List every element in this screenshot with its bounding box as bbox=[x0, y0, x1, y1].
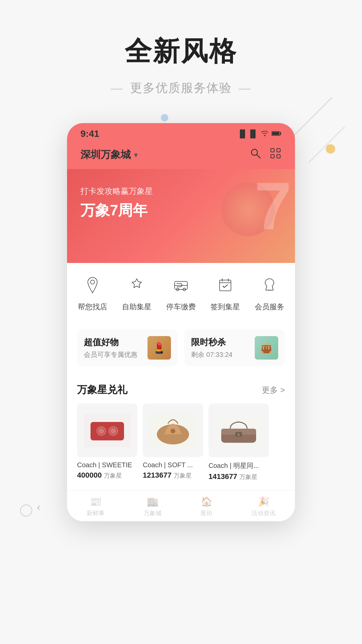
svg-rect-5 bbox=[271, 149, 274, 152]
promo-deals-text: 超值好物 会员可享专属优惠 bbox=[84, 336, 137, 359]
tab-mall-icon: 🏬 bbox=[147, 496, 159, 507]
tab-home-icon: 🏠 bbox=[201, 496, 213, 507]
sub-dash-right: — bbox=[239, 81, 251, 95]
gift-name-2: Coach | SOFT ... bbox=[143, 461, 203, 469]
status-icons: ▐▌▐▌ bbox=[237, 129, 282, 138]
svg-rect-2 bbox=[272, 132, 280, 135]
tab-home-label: 逛街 bbox=[200, 509, 213, 517]
gift-img-1 bbox=[77, 404, 137, 457]
action-member-service[interactable]: 会员服务 bbox=[255, 273, 284, 312]
tab-home[interactable]: 🏠 逛街 bbox=[200, 496, 213, 517]
checkin-star-icon bbox=[213, 273, 237, 297]
tab-news-label: 新鲜事 bbox=[86, 509, 105, 517]
svg-line-4 bbox=[257, 155, 260, 158]
action-find-store[interactable]: 帮您找店 bbox=[78, 273, 107, 312]
svg-rect-12 bbox=[220, 280, 231, 291]
gift-section: 万象星兑礼 更多 > Coach | SWEETIE bbox=[67, 374, 295, 490]
status-time: 9:41 bbox=[80, 128, 99, 139]
promo-deals-desc: 会员可享专属优惠 bbox=[84, 350, 137, 359]
collect-star-icon bbox=[125, 273, 149, 297]
svg-rect-8 bbox=[277, 155, 280, 158]
app-header: 深圳万象城 ▾ bbox=[67, 143, 295, 169]
member-service-icon bbox=[257, 273, 282, 297]
banner-number: 7 bbox=[254, 172, 288, 239]
promo-deals-image: 💄 bbox=[147, 336, 171, 360]
search-icon[interactable] bbox=[249, 147, 261, 162]
tab-bar: 📰 新鲜事 🏬 万象城 🏠 逛街 🎉 活动资讯 bbox=[67, 490, 295, 521]
main-title: 全新风格 bbox=[13, 34, 349, 70]
promo-flash-card[interactable]: 限时秒杀 剩余 07:33:24 👜 bbox=[184, 329, 285, 366]
tab-news-icon: 📰 bbox=[90, 496, 102, 507]
gift-name-3: Coach | 明星同... bbox=[208, 461, 269, 470]
gift-price-2: 1213677 万象星 bbox=[143, 471, 203, 480]
parking-icon bbox=[169, 273, 193, 297]
sub-title-text: 更多优质服务体验 bbox=[130, 80, 232, 96]
promo-flash-image: 👜 bbox=[255, 336, 278, 360]
promo-flash-title: 限时秒杀 bbox=[191, 336, 232, 348]
sub-dash-left: — bbox=[111, 81, 123, 95]
sub-title-row: — 更多优质服务体验 — bbox=[13, 80, 349, 96]
svg-point-21 bbox=[171, 429, 175, 433]
gift-img-2 bbox=[143, 404, 203, 457]
tab-activity-label: 活动资讯 bbox=[251, 509, 276, 517]
gift-name-1: Coach | SWEETIE bbox=[77, 461, 137, 469]
promo-countdown: 剩余 07:33:24 bbox=[191, 350, 232, 359]
status-bar: 9:41 ▐▌▐▌ bbox=[67, 123, 295, 143]
find-store-icon bbox=[80, 273, 105, 297]
gift-items-list: Coach | SWEETIE 400000 万象星 bbox=[77, 404, 285, 481]
wifi-icon bbox=[261, 129, 269, 138]
promo-deals-title: 超值好物 bbox=[84, 336, 137, 348]
gift-item-1[interactable]: Coach | SWEETIE 400000 万象星 bbox=[77, 404, 137, 481]
gift-item-2[interactable]: Coach | SOFT ... 1213677 万象星 bbox=[143, 404, 203, 481]
parking-label: 停车缴费 bbox=[166, 302, 196, 312]
signal-icon: ▐▌▐▌ bbox=[237, 129, 258, 138]
action-collect-star[interactable]: 自助集星 bbox=[122, 273, 152, 312]
location-text: 深圳万象城 bbox=[80, 148, 131, 162]
gift-more-button[interactable]: 更多 > bbox=[262, 385, 285, 395]
tab-activity[interactable]: 🎉 活动资讯 bbox=[251, 496, 276, 517]
gift-img-3: C bbox=[208, 404, 269, 457]
action-checkin-star[interactable]: 签到集星 bbox=[210, 273, 240, 312]
promo-row: 超值好物 会员可享专属优惠 💄 限时秒杀 剩余 07:33:24 👜 bbox=[67, 323, 295, 373]
header-actions bbox=[249, 147, 282, 162]
banner[interactable]: 7 打卡发攻略赢万象星 万象7周年 bbox=[67, 169, 295, 263]
chevron-down-icon: ▾ bbox=[134, 151, 137, 159]
gift-price-3: 1413677 万象星 bbox=[208, 472, 269, 481]
svg-rect-14 bbox=[90, 422, 124, 440]
collect-star-label: 自助集星 bbox=[122, 302, 152, 312]
svg-rect-1 bbox=[280, 132, 281, 135]
checkin-star-label: 签到集星 bbox=[210, 302, 240, 312]
phone-mockup: 9:41 ▐▌▐▌ 深圳万象城 ▾ bbox=[67, 123, 295, 521]
svg-text:C: C bbox=[238, 433, 240, 436]
promo-flash-text: 限时秒杀 剩余 07:33:24 bbox=[191, 336, 232, 359]
tab-news[interactable]: 📰 新鲜事 bbox=[86, 496, 105, 517]
tab-mall-label: 万象城 bbox=[143, 509, 162, 517]
scan-icon[interactable] bbox=[269, 147, 282, 162]
action-parking[interactable]: 停车缴费 bbox=[166, 273, 196, 312]
quick-actions: 帮您找店 自助集星 停车缴费 bbox=[67, 263, 295, 322]
gift-price-1: 400000 万象星 bbox=[77, 471, 137, 480]
gift-header: 万象星兑礼 更多 > bbox=[77, 383, 285, 397]
header-section: 全新风格 — 更多优质服务体验 — bbox=[0, 0, 362, 110]
svg-rect-7 bbox=[271, 155, 274, 158]
tab-mall[interactable]: 🏬 万象城 bbox=[143, 496, 162, 517]
member-service-label: 会员服务 bbox=[255, 302, 284, 312]
tab-activity-icon: 🎉 bbox=[258, 496, 269, 507]
promo-deals-card[interactable]: 超值好物 会员可享专属优惠 💄 bbox=[77, 329, 178, 366]
location-selector[interactable]: 深圳万象城 ▾ bbox=[80, 148, 137, 162]
find-store-label: 帮您找店 bbox=[78, 302, 107, 312]
gift-item-3[interactable]: C Coach | 明星同... 1413677 万象星 bbox=[208, 404, 269, 481]
svg-rect-6 bbox=[277, 149, 280, 152]
battery-icon bbox=[272, 129, 282, 138]
gift-title: 万象星兑礼 bbox=[77, 383, 127, 397]
